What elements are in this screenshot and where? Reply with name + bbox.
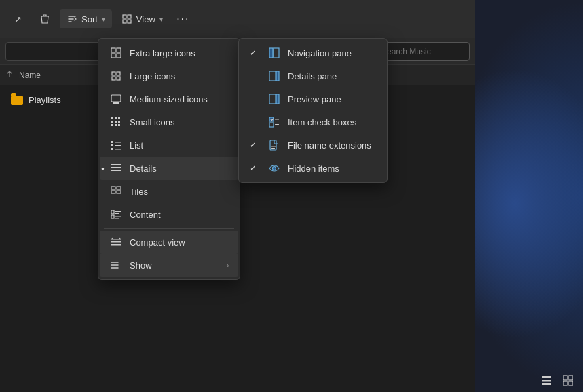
svg-rect-57 <box>271 148 275 149</box>
view-menu: Extra large icons Large icons Medium-siz… <box>98 38 240 280</box>
svg-rect-33 <box>117 187 121 189</box>
submenu-item-details-pane[interactable]: Details pane <box>240 64 385 87</box>
svg-rect-8 <box>112 72 115 75</box>
svg-rect-12 <box>111 95 121 102</box>
svg-rect-62 <box>563 376 567 380</box>
svg-rect-26 <box>115 142 121 143</box>
menu-item-list[interactable]: List <box>100 134 238 157</box>
sort-button[interactable]: Sort ▾ <box>60 9 112 28</box>
svg-rect-24 <box>111 144 113 146</box>
small-icons-label: Small icons <box>130 117 229 128</box>
list-icon <box>109 138 123 152</box>
svg-point-58 <box>273 167 276 170</box>
menu-item-show[interactable]: Show › <box>100 254 238 277</box>
menu-item-extra-large-icons[interactable]: Extra large icons <box>100 41 238 64</box>
details-label: Details <box>130 163 229 174</box>
detail-view-button[interactable] <box>559 373 578 389</box>
detail-view-icon <box>563 375 573 388</box>
extra-large-icons-label: Extra large icons <box>130 48 229 58</box>
menu-item-content[interactable]: Content <box>100 203 238 226</box>
menu-item-medium-icons[interactable]: Medium-sized icons <box>100 87 238 111</box>
svg-rect-27 <box>115 145 121 146</box>
svg-rect-2 <box>123 20 126 23</box>
svg-rect-37 <box>115 211 121 212</box>
svg-rect-31 <box>111 170 121 171</box>
svg-rect-65 <box>569 381 573 385</box>
menu-item-tiles[interactable]: Tiles <box>100 180 238 203</box>
svg-rect-7 <box>117 54 121 58</box>
svg-rect-18 <box>115 121 117 123</box>
svg-rect-40 <box>115 216 121 217</box>
list-view-button[interactable] <box>537 373 556 389</box>
svg-rect-46 <box>274 48 279 58</box>
svg-rect-20 <box>111 124 113 126</box>
svg-rect-56 <box>271 146 276 147</box>
svg-rect-30 <box>111 167 121 168</box>
show-arrow: › <box>227 262 229 269</box>
submenu-item-navigation-pane[interactable]: Navigation pane <box>240 41 385 64</box>
svg-rect-15 <box>115 117 117 119</box>
svg-rect-3 <box>128 20 131 23</box>
sort-icon <box>67 14 77 24</box>
svg-rect-22 <box>118 124 120 126</box>
details-pane-label: Details pane <box>288 71 337 81</box>
sidebar-item-playlists[interactable]: Playlists <box>3 91 92 109</box>
svg-rect-5 <box>117 48 121 52</box>
share-button[interactable]: ↗ <box>5 9 30 28</box>
search-input[interactable] <box>381 47 464 56</box>
menu-item-compact-view[interactable]: Compact view <box>100 231 238 254</box>
list-view-icon <box>541 375 552 388</box>
medium-icons-icon <box>109 92 123 106</box>
svg-rect-25 <box>111 148 113 150</box>
svg-rect-21 <box>115 124 117 126</box>
medium-icons-label: Medium-sized icons <box>130 94 229 104</box>
submenu-item-hidden-items[interactable]: Hidden items <box>240 157 385 180</box>
large-icons-label: Large icons <box>130 71 229 81</box>
share-icon: ↗ <box>12 14 23 24</box>
submenu-item-item-check-boxes[interactable]: Item check boxes <box>240 111 385 134</box>
svg-rect-49 <box>269 94 276 104</box>
name-header-label: Name <box>19 71 41 80</box>
svg-rect-50 <box>276 94 279 104</box>
svg-rect-19 <box>118 121 120 123</box>
file-name-extensions-label: File name extensions <box>288 140 371 151</box>
svg-rect-63 <box>569 376 573 380</box>
svg-rect-13 <box>113 102 119 104</box>
navigation-pane-label: Navigation pane <box>288 48 352 58</box>
svg-rect-10 <box>112 77 115 80</box>
show-label: Show <box>130 260 220 271</box>
svg-rect-14 <box>111 117 113 119</box>
list-label: List <box>130 140 229 151</box>
menu-item-details[interactable]: Details <box>100 157 238 180</box>
svg-rect-11 <box>117 77 120 80</box>
delete-button[interactable] <box>33 9 57 28</box>
toolbar: ↗ Sort ▾ <box>0 0 475 38</box>
svg-rect-16 <box>118 117 120 119</box>
tiles-icon <box>109 184 123 198</box>
show-icon <box>109 258 123 272</box>
svg-rect-43 <box>111 241 121 243</box>
navigation-pane-icon <box>267 46 281 60</box>
extra-large-icons-icon <box>109 46 123 60</box>
svg-rect-17 <box>111 121 113 123</box>
svg-rect-45 <box>269 48 273 58</box>
show-submenu: Navigation pane Details pane Preview pan… <box>238 38 388 183</box>
navigation-pane-check <box>250 48 261 58</box>
svg-rect-48 <box>276 71 279 81</box>
menu-item-large-icons[interactable]: Large icons <box>100 64 238 87</box>
submenu-item-preview-pane[interactable]: Preview pane <box>240 87 385 111</box>
preview-pane-icon <box>267 92 281 106</box>
item-check-boxes-label: Item check boxes <box>288 117 356 128</box>
compact-view-label: Compact view <box>130 237 229 248</box>
submenu-item-file-name-extensions[interactable]: File name extensions <box>240 134 385 157</box>
details-pane-icon <box>267 69 281 83</box>
svg-rect-59 <box>542 376 551 378</box>
menu-item-small-icons[interactable]: Small icons <box>100 111 238 134</box>
details-icon <box>109 161 123 175</box>
file-name-extensions-icon <box>267 138 281 152</box>
svg-rect-41 <box>115 218 119 219</box>
name-sort-icon <box>5 70 16 80</box>
view-button[interactable]: View ▾ <box>115 9 170 28</box>
svg-rect-34 <box>111 191 115 193</box>
more-button[interactable]: ··· <box>172 8 194 30</box>
